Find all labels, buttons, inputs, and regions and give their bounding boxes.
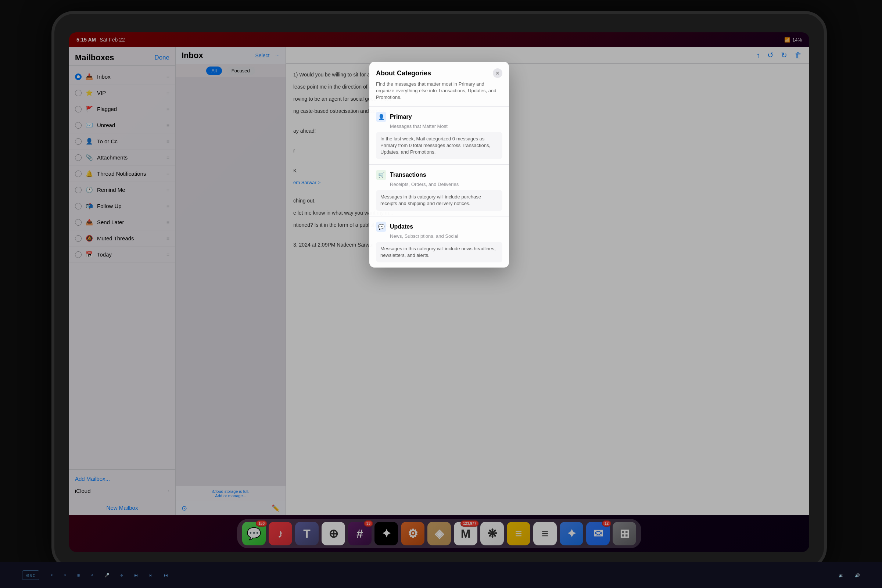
category-tagline-primary: Messages that Matter Most bbox=[390, 123, 502, 129]
play-pause-key[interactable]: ⏯ bbox=[149, 573, 153, 578]
mission-control-key: ⊞ bbox=[78, 573, 80, 578]
category-icon-transactions: 🛒 bbox=[376, 170, 386, 180]
category-tagline-updates: News, Subscriptions, and Social bbox=[390, 233, 502, 239]
modal-overlay: About Categories ✕ Find the messages tha… bbox=[69, 32, 809, 552]
category-desc-primary: In the last week, Mail categorized 0 mes… bbox=[376, 132, 502, 159]
category-transactions: 🛒 Transactions Receipts, Orders, and Del… bbox=[369, 165, 509, 216]
modal-header: About Categories ✕ bbox=[369, 62, 509, 81]
category-header-transactions: 🛒 Transactions bbox=[376, 170, 502, 180]
fast-forward-key: ⏭ bbox=[164, 573, 168, 578]
category-updates: 💬 Updates News, Subscriptions, and Socia… bbox=[369, 216, 509, 268]
esc-key[interactable]: esc bbox=[22, 570, 39, 580]
category-name-updates: Updates bbox=[390, 224, 413, 230]
mic-key: 🎤 bbox=[104, 573, 110, 578]
category-header-primary: 👤 Primary bbox=[376, 112, 502, 122]
rewind-key: ⏮ bbox=[134, 573, 138, 578]
vol-down-key: 🔉 bbox=[838, 573, 844, 578]
category-primary: 👤 Primary Messages that Matter Most In t… bbox=[369, 106, 509, 165]
brightness-up-key: ☀ bbox=[64, 573, 66, 578]
search-key: ⌕ bbox=[91, 573, 93, 578]
vol-up-key: 🔊 bbox=[855, 573, 860, 578]
category-desc-updates: Messages in this category will include n… bbox=[376, 242, 502, 262]
modal-close-button[interactable]: ✕ bbox=[493, 68, 502, 78]
modal-categories: 👤 Primary Messages that Matter Most In t… bbox=[369, 106, 509, 267]
ipad-screen: 5:15 AM Sat Feb 22 📶 14% Mailboxes Done … bbox=[69, 32, 809, 552]
about-categories-modal: About Categories ✕ Find the messages tha… bbox=[369, 62, 509, 267]
category-icon-updates: 💬 bbox=[376, 222, 386, 232]
siri-key: ⊙ bbox=[120, 573, 123, 578]
category-desc-transactions: Messages in this category will include p… bbox=[376, 190, 502, 211]
category-name-transactions: Transactions bbox=[390, 172, 426, 178]
category-header-updates: 💬 Updates bbox=[376, 222, 502, 232]
ipad-frame: 5:15 AM Sat Feb 22 📶 14% Mailboxes Done … bbox=[51, 11, 827, 570]
modal-subtitle: Find the messages that matter most in Pr… bbox=[369, 81, 509, 106]
modal-title: About Categories bbox=[376, 69, 431, 77]
category-name-primary: Primary bbox=[390, 114, 412, 120]
category-tagline-transactions: Receipts, Orders, and Deliveries bbox=[390, 182, 502, 187]
brightness-down-key: ☀ bbox=[50, 573, 53, 578]
category-icon-primary: 👤 bbox=[376, 112, 386, 122]
